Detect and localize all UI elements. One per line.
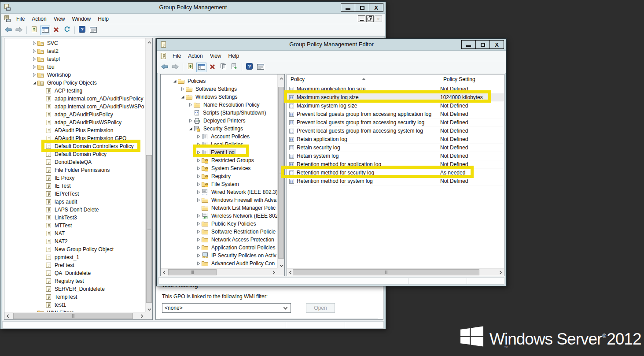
- policy-row[interactable]: Retention method for application logNot …: [287, 160, 504, 169]
- tree-item[interactable]: adap_ADAuditPlusWSPolicy: [4, 119, 145, 126]
- tree-item[interactable]: LinkTest3: [4, 214, 145, 222]
- menu-help[interactable]: Help: [94, 14, 112, 24]
- close-button[interactable]: X: [369, 3, 383, 12]
- expander-collapsed-icon[interactable]: [196, 150, 201, 155]
- mdi-minimize-button[interactable]: [358, 15, 365, 22]
- column-header-policy-setting[interactable]: Policy Setting: [443, 76, 475, 82]
- tree-item[interactable]: Account Policies: [161, 133, 277, 141]
- tree-item[interactable]: Wireless Network (IEEE 802.: [161, 212, 277, 220]
- tree-item[interactable]: Default Domain Policy: [4, 150, 145, 158]
- expander-collapsed-icon[interactable]: [196, 182, 201, 186]
- scroll-left-button[interactable]: [4, 312, 11, 319]
- menu-action[interactable]: Action: [184, 51, 206, 61]
- expander-collapsed-icon[interactable]: [188, 103, 193, 107]
- expander-collapsed-icon[interactable]: [196, 237, 201, 242]
- tree-item[interactable]: Registry: [161, 172, 277, 180]
- delete-x-button[interactable]: [207, 63, 217, 72]
- minimize-button[interactable]: [461, 40, 476, 49]
- export-list-button[interactable]: [255, 63, 265, 72]
- refresh-button[interactable]: [62, 26, 72, 35]
- up-doc-button[interactable]: [29, 26, 39, 35]
- tree-item[interactable]: Restricted Groups: [161, 156, 277, 164]
- tree-item[interactable]: adap.internal.com_ADAuditPlusWSPo: [4, 103, 145, 111]
- expander-collapsed-icon[interactable]: [196, 222, 201, 226]
- tree-item[interactable]: MTTest: [4, 222, 145, 230]
- scrollbar-thumb[interactable]: [168, 269, 217, 275]
- expander-collapsed-icon[interactable]: [180, 87, 185, 91]
- tree-item[interactable]: Name Resolution Policy: [161, 101, 277, 109]
- tree-item[interactable]: NAT: [4, 230, 145, 237]
- tree-item[interactable]: NAT2: [4, 237, 145, 245]
- up-doc-button[interactable]: [185, 63, 195, 72]
- expander-collapsed-icon[interactable]: [32, 65, 37, 69]
- policy-row[interactable]: Maximum security log size1024000 kilobyt…: [287, 93, 504, 102]
- expander-collapsed-icon[interactable]: [196, 245, 201, 250]
- tree-item[interactable]: Security Settings: [161, 125, 277, 133]
- tree-item[interactable]: Scripts (Startup/Shutdown): [161, 109, 277, 117]
- close-button[interactable]: X: [489, 40, 504, 49]
- tree-item[interactable]: Wired Network (IEEE 802.3): [161, 188, 277, 196]
- expander-collapsed-icon[interactable]: [32, 73, 37, 77]
- tree-item[interactable]: File Folder Permissions: [4, 166, 145, 174]
- column-header-policy[interactable]: Policy: [291, 76, 305, 82]
- back-button[interactable]: [3, 26, 13, 35]
- tree-item[interactable]: Local Policies: [161, 141, 277, 148]
- mdi-close-button[interactable]: ×: [375, 15, 382, 22]
- gpme-titlebar[interactable]: Group Policy Management Editor X: [157, 39, 506, 50]
- tree-item[interactable]: Network List Manager Polic: [161, 204, 277, 212]
- tree-item[interactable]: tou: [4, 63, 145, 71]
- tree-item[interactable]: Software Restriction Policie: [161, 228, 277, 236]
- tree-item[interactable]: IEPrefTest: [4, 190, 145, 198]
- tree-item[interactable]: Workshop: [4, 71, 145, 79]
- policy-row[interactable]: Prevent local guests group from accessin…: [287, 119, 504, 127]
- tree-item[interactable]: Pref test: [4, 261, 145, 269]
- scroll-up-button[interactable]: [146, 38, 153, 45]
- expander-expanded-icon[interactable]: [180, 95, 185, 99]
- menu-action[interactable]: Action: [28, 14, 50, 24]
- menu-window[interactable]: Window: [69, 14, 95, 24]
- policy-row[interactable]: Retain security logNot Defined: [287, 144, 504, 152]
- tree-item[interactable]: LAPS-Don't Delete: [4, 206, 145, 214]
- policy-row[interactable]: Retain system logNot Defined: [287, 152, 504, 160]
- tree-item[interactable]: File System: [161, 180, 277, 188]
- expander-expanded-icon[interactable]: [173, 79, 177, 83]
- copy-button[interactable]: [218, 63, 228, 72]
- maximize-button[interactable]: [475, 40, 490, 49]
- tree-item[interactable]: Application Control Policies: [161, 244, 277, 252]
- wmi-open-button[interactable]: Open: [306, 303, 335, 313]
- tree-item[interactable]: Default Domain Controllers Policy: [4, 142, 145, 150]
- tree-item[interactable]: WMI Filters: [4, 309, 145, 312]
- tree-item[interactable]: IP Security Policies on Activ: [161, 252, 277, 260]
- menu-help[interactable]: Help: [225, 51, 243, 61]
- menu-file[interactable]: File: [13, 14, 28, 24]
- scroll-right-button[interactable]: [138, 312, 145, 319]
- tree-item[interactable]: Advanced Audit Policy Con: [161, 260, 277, 267]
- scroll-left-button[interactable]: [161, 269, 168, 276]
- expander-expanded-icon[interactable]: [188, 126, 193, 131]
- scroll-up-button[interactable]: [278, 74, 285, 82]
- mdi-restore-button[interactable]: [366, 15, 374, 22]
- tree-item[interactable]: laps audit: [4, 198, 145, 206]
- tree-item[interactable]: Deployed Printers: [161, 117, 277, 125]
- vertical-scrollbar[interactable]: [277, 74, 284, 268]
- export-doc-button[interactable]: [229, 63, 239, 72]
- tree-item[interactable]: Registry test: [4, 277, 145, 285]
- policy-row[interactable]: Maximum application log sizeNot Defined: [287, 85, 504, 93]
- policy-row[interactable]: Prevent local guests group from accessin…: [287, 127, 504, 135]
- tree-item[interactable]: adap.internal.com_ADAuditPlusPolicy: [4, 95, 145, 103]
- tree-item[interactable]: Software Settings: [161, 85, 277, 93]
- console-window-button[interactable]: [40, 26, 50, 35]
- tree-item[interactable]: test1: [4, 301, 145, 309]
- scroll-down-button[interactable]: [146, 305, 153, 312]
- expander-collapsed-icon[interactable]: [196, 190, 201, 194]
- tree-item[interactable]: test2: [4, 47, 145, 55]
- tree-item[interactable]: Network Access Protection: [161, 236, 277, 244]
- forward-button[interactable]: [14, 26, 24, 35]
- expander-collapsed-icon[interactable]: [32, 57, 37, 61]
- expander-collapsed-icon[interactable]: [188, 119, 193, 123]
- tree-item[interactable]: ACP testing: [4, 87, 145, 95]
- tree-item[interactable]: ppmtest_1: [4, 253, 145, 261]
- minimize-button[interactable]: [341, 3, 355, 12]
- scroll-right-button[interactable]: [497, 269, 504, 276]
- maximize-button[interactable]: [355, 3, 369, 12]
